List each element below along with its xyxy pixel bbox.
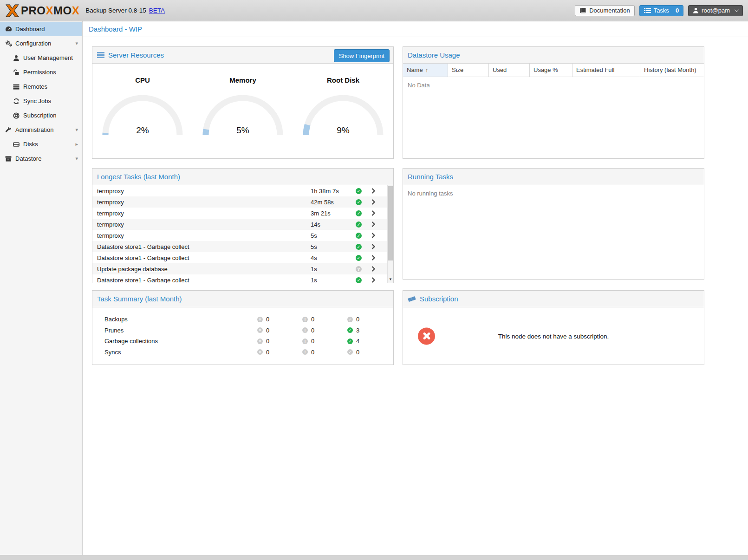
sidebar-item-dashboard[interactable]: Dashboard [0,22,82,36]
task-list-icon [644,8,651,13]
server-resources-header: Server Resources Show Fingerprint [92,47,393,64]
datastore-usage-panel: Datastore Usage Name↑ Size Used Usage % … [403,46,704,159]
gauge-value: 2% [100,125,185,136]
ticket-icon [408,295,416,303]
column-header-history[interactable]: History (last Month) [640,64,704,77]
task-row[interactable]: Datastore store1 - Garbage collect 1s [92,274,393,283]
task-duration: 14s [311,221,320,228]
panel-title: Subscription [420,295,458,303]
task-status-icon [356,221,362,228]
task-name: Datastore store1 - Garbage collect [97,277,189,283]
sidebar-item-permissions[interactable]: Permissions [0,65,82,79]
bottom-scrollbar-strip[interactable] [0,555,748,560]
sidebar-item-disks[interactable]: Disks ▸ [0,137,82,151]
ok-count: 0 [356,349,359,356]
task-row[interactable]: Datastore store1 - Garbage collect 4s [92,252,393,263]
chevron-right-icon[interactable] [371,199,375,205]
datastore-table-header: Name↑ Size Used Usage % Estimated Full H… [403,64,704,77]
column-header-used[interactable]: Used [489,64,530,77]
summary-row: Garbage collections 0 0 4 [92,336,393,347]
datastore-usage-body: Name↑ Size Used Usage % Estimated Full H… [403,64,704,158]
ok-icon [347,349,353,355]
user-icon [13,55,20,61]
proxmox-wordmark: PROXMOX [21,4,79,17]
documentation-label: Documentation [589,7,630,14]
user-menu-button[interactable]: root@pam [688,5,743,16]
error-count: 0 [266,349,269,356]
panel-title: Server Resources [108,51,164,59]
chevron-down-icon [735,7,739,12]
task-row[interactable]: Update package database 1s [92,263,393,274]
life-ring-icon [13,112,20,119]
tasks-button[interactable]: Tasks 0 [639,5,683,16]
task-duration: 1s [311,277,317,283]
scrollbar-thumb[interactable] [388,186,393,260]
chevron-right-icon[interactable] [371,277,375,283]
chevron-down-icon[interactable]: ▾ [75,156,78,162]
user-icon [693,7,699,13]
app-title: Backup Server 0.8-15 [85,7,146,14]
summary-label: Syncs [104,349,121,356]
tachometer-icon [5,26,12,33]
chevron-right-icon[interactable] [371,188,375,194]
task-status-icon [356,255,362,261]
error-count: 0 [266,338,269,345]
task-status-icon [356,188,362,194]
warning-icon [302,349,308,355]
sidebar-item-label: Permissions [23,69,56,76]
task-row[interactable]: termproxy 42m 58s [92,196,393,208]
task-name: Update package database [97,266,168,273]
task-name: termproxy [97,221,124,228]
task-row[interactable]: termproxy 14s [92,219,393,230]
column-header-name[interactable]: Name↑ [403,64,448,77]
beta-link[interactable]: BETA [149,7,165,14]
wrench-icon [5,127,12,133]
chevron-right-icon[interactable] [371,244,375,249]
sidebar-item-configuration[interactable]: Configuration ▾ [0,36,82,51]
ok-count: 3 [356,327,359,334]
sidebar-item-label: Subscription [23,112,57,119]
documentation-button[interactable]: Documentation [575,5,634,16]
gauge-value: 9% [300,125,386,136]
task-summary-panel: Task Summary (last Month) Backups 0 0 0 … [92,290,394,365]
sidebar-item-subscription[interactable]: Subscription [0,108,82,123]
chevron-right-icon[interactable] [371,266,375,272]
datastore-usage-header: Datastore Usage [403,47,704,64]
vertical-scrollbar[interactable]: ▼ [387,185,393,283]
chevron-down-icon[interactable]: ▾ [75,127,78,133]
task-name: termproxy [97,188,124,195]
sidebar-item-label: Configuration [15,40,51,47]
chevron-right-icon[interactable] [371,255,375,260]
task-row[interactable]: termproxy 3m 21s [92,208,393,219]
chevron-right-icon[interactable]: ▸ [75,141,78,147]
sidebar-item-user-management[interactable]: User Management [0,51,82,65]
task-duration: 1h 38m 7s [311,188,339,195]
sidebar-item-datastore[interactable]: Datastore ▾ [0,151,82,166]
task-duration: 5s [311,232,317,239]
column-header-estimated-full[interactable]: Estimated Full [572,64,640,77]
chevron-right-icon[interactable] [371,221,375,227]
column-header-size[interactable]: Size [448,64,489,77]
show-fingerprint-button[interactable]: Show Fingerprint [334,49,390,62]
task-name: termproxy [97,210,124,217]
chevron-down-icon[interactable]: ▾ [75,40,78,46]
task-row[interactable]: Datastore store1 - Garbage collect 5s [92,241,393,252]
list-bars-icon [13,84,20,90]
summary-label: Garbage collections [104,338,158,345]
task-status-icon [356,266,362,272]
running-tasks-header: Running Tasks [403,169,704,185]
scrollbar-down-arrow[interactable]: ▼ [388,277,393,282]
sidebar-item-sync-jobs[interactable]: Sync Jobs [0,94,82,108]
error-icon [257,349,263,355]
sidebar-item-remotes[interactable]: Remotes [0,79,82,94]
task-row[interactable]: termproxy 1h 38m 7s [92,185,393,196]
chevron-right-icon[interactable] [371,210,375,216]
page-title: Dashboard - WIP [83,21,748,37]
column-header-usage[interactable]: Usage % [530,64,572,77]
warning-count: 0 [311,327,314,334]
task-status-icon [356,210,362,216]
chevron-right-icon[interactable] [371,233,375,238]
task-row[interactable]: termproxy 5s [92,230,393,241]
sidebar-item-administration[interactable]: Administration ▾ [0,123,82,137]
gears-icon [5,40,12,47]
